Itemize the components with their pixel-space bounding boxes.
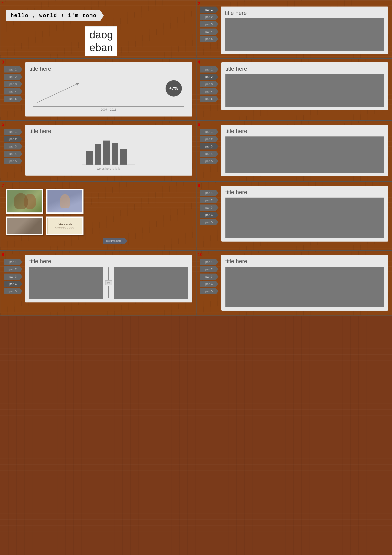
nav-tab-8-5[interactable]: part 5	[200, 219, 218, 225]
nav-tab-10-4[interactable]: part 4	[200, 281, 218, 287]
cell-4-inner: part 1 part 2 part 3 part 4 part 5 title…	[200, 62, 388, 117]
cell-number-2: 2	[198, 1, 200, 7]
nav-tab-5-1[interactable]: part 1	[4, 129, 22, 135]
slide-9: title here vs	[25, 255, 192, 302]
nav-tab-4-4[interactable]: part 4	[200, 88, 218, 95]
nav-tabs-6: part 1 part 2 part 3 part 4 part 5	[200, 125, 218, 164]
nav-tab-2-5[interactable]: part 5	[200, 36, 218, 42]
slide-6: title here	[221, 125, 388, 176]
nav-tab-9-2[interactable]: part 2	[4, 266, 22, 272]
nav-tab-8-4[interactable]: part 4	[200, 212, 218, 218]
nav-tab-2-3[interactable]: part 3	[200, 21, 218, 27]
nav-tab-5-3[interactable]: part 3	[4, 143, 22, 149]
nav-tab-8-2[interactable]: part 2	[200, 197, 218, 203]
pictures-here-line	[68, 241, 101, 241]
nav-tab-6-1[interactable]: part 1	[200, 129, 218, 135]
cell-2: 2 part 1 part 2 part 3 part 4 part 5 tit…	[196, 0, 392, 58]
hello-text: hello , world ! i'm tomo	[6, 10, 104, 21]
nav-tab-10-2[interactable]: part 2	[200, 266, 218, 272]
cell-3-inner: part 1 part 2 part 3 part 4 part 5 title…	[4, 62, 192, 117]
nav-tab-2-2[interactable]: part 2	[200, 14, 218, 20]
nav-tab-4-3[interactable]: part 3	[200, 81, 218, 87]
cell-number-7: 7	[2, 183, 4, 188]
cell-number-6: 6	[198, 122, 200, 127]
slide-image-2	[225, 18, 384, 51]
nav-tab-10-1[interactable]: part 1	[200, 259, 218, 265]
nav-tab-9-4[interactable]: part 4	[4, 281, 22, 287]
main-grid: 1 hello , world ! i'm tomo daog eban 2 p…	[0, 0, 392, 316]
photo-img-2	[47, 190, 82, 212]
slide-panel-4: title here	[221, 62, 388, 110]
chart-area-3: +7%	[33, 78, 184, 107]
slide-2: title here	[221, 7, 388, 54]
photo-frame-4: take a smile ©©©©©©©©©©	[46, 217, 83, 235]
bar-2	[95, 144, 101, 165]
nav-tab-5-2[interactable]: part 2	[4, 136, 22, 142]
slide-4: title here	[221, 62, 388, 110]
photo-frame-3	[6, 217, 43, 235]
slide-panel-9: title here vs	[25, 255, 192, 302]
nav-tab-8-3[interactable]: part 3	[200, 204, 218, 211]
vs-layout-9: vs	[29, 267, 188, 299]
nav-tab-10-3[interactable]: part 3	[200, 274, 218, 280]
line-chart-3: +7% 2007—2011	[29, 74, 188, 113]
nav-tab-9-1[interactable]: part 1	[4, 259, 22, 265]
slide-title-9: title here	[29, 258, 188, 264]
nav-tab-2-4[interactable]: part 4	[200, 29, 218, 35]
pictures-here-container: pictures here	[6, 238, 190, 244]
nav-tab-5-4[interactable]: part 4	[4, 151, 22, 157]
vs-box-left	[29, 267, 103, 299]
cell-6: 6 part 1 part 2 part 3 part 4 part 5 tit…	[196, 121, 392, 182]
nav-tabs-9: part 1 part 2 part 3 part 4 part 5	[4, 255, 22, 294]
slide-title-3: title here	[29, 66, 188, 72]
cell-6-inner: part 1 part 2 part 3 part 4 part 5 title…	[200, 125, 388, 178]
nav-tab-3-3[interactable]: part 3	[4, 81, 22, 87]
nav-tab-4-1[interactable]: part 1	[200, 66, 218, 73]
nav-tabs-3: part 1 part 2 part 3 part 4 part 5	[4, 62, 22, 102]
nav-tab-6-3[interactable]: part 3	[200, 143, 218, 149]
vs-text: vs	[105, 280, 112, 285]
cell-10: 10 part 1 part 2 part 3 part 4 part 5 ti…	[196, 251, 392, 316]
bar-3	[103, 140, 110, 165]
chart-baseline-3	[33, 106, 184, 107]
cell-7: 7	[0, 182, 196, 251]
bar-chart-label-5: words here la la la	[33, 167, 184, 170]
nav-tab-3-4[interactable]: part 4	[4, 88, 22, 95]
slide-5: title here words here la la la	[25, 125, 192, 175]
nav-tab-3-1[interactable]: part 1	[4, 66, 22, 73]
cell-9: 9 part 1 part 2 part 3 part 4 part 5 tit…	[0, 251, 196, 316]
photo-frame-1	[6, 189, 43, 214]
nav-tab-4-2[interactable]: part 2	[200, 74, 218, 80]
nav-tab-9-3[interactable]: part 3	[4, 274, 22, 280]
photo-frame-2	[46, 189, 83, 214]
slide-10: title here	[221, 255, 388, 311]
nav-tab-3-5[interactable]: part 5	[4, 96, 22, 102]
slide-panel-3: title here +7% 2007—2011	[25, 62, 192, 117]
nav-tab-6-5[interactable]: part 5	[200, 158, 218, 164]
hello-banner: hello , world ! i'm tomo	[6, 10, 104, 21]
vs-divider: vs	[105, 267, 112, 298]
nav-tab-4-5[interactable]: part 5	[200, 96, 218, 102]
nav-tab-9-5[interactable]: part 5	[4, 288, 22, 294]
nav-tab-5-5[interactable]: part 5	[4, 158, 22, 164]
bar-chart-5: words here la la la	[29, 137, 188, 172]
slide-panel-2: title here	[221, 7, 388, 54]
nav-tab-8-1[interactable]: part 1	[200, 190, 218, 196]
nav-tab-3-2[interactable]: part 2	[4, 74, 22, 80]
slide-title-10: title here	[225, 258, 384, 264]
slide-8: title here	[221, 186, 388, 241]
slide-image-6	[225, 137, 384, 173]
nav-tab-6-4[interactable]: part 4	[200, 151, 218, 157]
nav-tab-10-5[interactable]: part 5	[200, 288, 218, 294]
slide-3: title here +7% 2007—2011	[25, 62, 192, 117]
nav-tab-2-1[interactable]: part 1	[200, 7, 218, 13]
cell-1: 1 hello , world ! i'm tomo daog eban	[0, 0, 196, 58]
nav-tab-6-2[interactable]: part 2	[200, 136, 218, 142]
slide-panel-10: title here	[221, 255, 388, 311]
smile-text: take a smile	[58, 223, 72, 226]
percent-badge-3: +7%	[166, 80, 182, 96]
slide-panel-5: title here words here la la la	[25, 125, 192, 175]
cell-8-inner: part 1 part 2 part 3 part 4 part 5 title…	[200, 186, 388, 247]
arrow-line-3	[37, 83, 78, 103]
vs-line-bottom	[108, 286, 109, 298]
